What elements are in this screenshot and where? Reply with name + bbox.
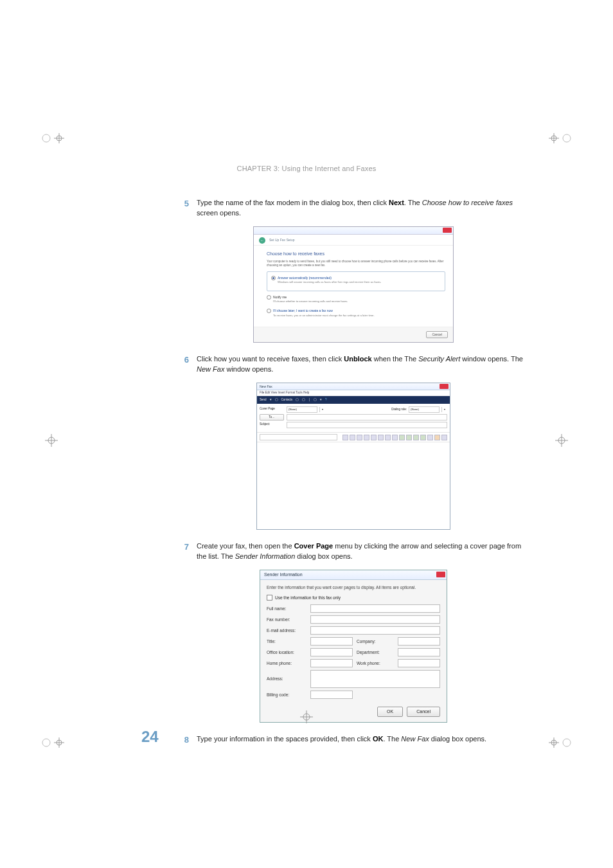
step-number: 5 [180,198,189,219]
crop-mark [549,428,574,453]
format-icon[interactable] [392,435,398,440]
format-icon[interactable] [350,435,355,440]
company-input[interactable] [398,637,440,646]
font-select[interactable] [260,434,337,440]
address-input[interactable] [310,670,440,688]
format-icon[interactable] [357,435,362,440]
format-icon[interactable] [427,435,433,440]
step-text: Type the name of the fax modem in the di… [197,198,527,219]
text: . The [383,735,401,743]
toolbar-icon[interactable]: ▢ [275,398,278,402]
subject-input[interactable] [287,422,447,428]
cover-page-select[interactable]: (None) [287,406,317,413]
homephone-input[interactable] [310,659,353,667]
format-icon[interactable] [364,435,369,440]
option-notify[interactable]: Notify me I'll choose whether to answer … [267,294,445,305]
workphone-input[interactable] [398,659,440,667]
radio-icon[interactable] [267,295,271,300]
dialog-footer: OK Cancel [260,701,447,722]
step-number: 7 [180,541,189,562]
rich-text-toolbar [257,433,450,442]
cancel-button[interactable]: Cancel [407,707,440,717]
billing-input[interactable] [310,691,353,699]
format-icon[interactable] [406,435,412,440]
email-input[interactable] [310,626,440,635]
department-label: Department: [357,649,394,655]
help-icon[interactable]: ? [325,398,327,402]
title-input[interactable] [310,637,353,646]
close-icon[interactable] [436,572,445,577]
step-text: Create your fax, then open the Cover Pag… [197,541,527,562]
format-icon[interactable] [385,435,391,440]
dialog-title: Sender Information [264,572,303,577]
text-italic: Sender Information [235,552,296,560]
toolbar-icon[interactable]: ▢ [314,398,317,402]
option-title: Answer automatically (recommended) [278,276,441,280]
close-icon[interactable] [443,228,452,233]
chevron-down-icon[interactable]: ▾ [319,407,325,412]
text: screen opens. [197,209,241,217]
chevron-down-icon[interactable]: ▾ [441,407,447,412]
dialog-header-row: ← Set Up Fax Setup [254,235,453,246]
cancel-button[interactable]: Cancel [426,331,448,338]
contacts-button[interactable]: Contacts [281,398,293,402]
toolbar-sep: │ [308,398,310,402]
toolbar-icon[interactable]: ▢ [302,398,305,402]
billing-label: Billing code: [267,692,306,698]
title-label: Title: [267,638,306,644]
step-5: 5 Type the name of the fax modem in the … [180,198,527,219]
format-icon[interactable] [342,435,348,440]
radio-icon[interactable] [271,276,276,280]
send-button[interactable]: Send [260,398,267,402]
close-icon[interactable] [440,384,449,389]
format-icon[interactable] [399,435,405,440]
toolbar-icon[interactable]: ▾ [320,398,322,402]
menu-bar[interactable]: File Edit View Insert Format Tools Help [257,390,450,397]
to-button[interactable]: To… [260,414,284,421]
dialog-intro: Enter the information that you want cove… [267,585,440,590]
option-later[interactable]: I'll choose later; I want to create a fa… [267,307,445,318]
fullname-input[interactable] [310,604,440,613]
option-title: Notify me [273,295,445,300]
svg-point-14 [42,739,50,746]
subject-label: Subject: [260,422,284,427]
option-desc: I'll choose whether to answer incoming c… [273,300,445,303]
radio-icon[interactable] [267,309,271,313]
select-value: (None) [411,408,419,411]
checkbox-icon[interactable] [267,595,272,601]
format-icon[interactable] [434,435,440,440]
use-once-checkbox-row[interactable]: Use the information for this fax only [267,595,440,601]
dialog-titlebar [254,227,453,235]
text-bold: OK [373,735,384,743]
text: Type the name of the fax modem in the di… [197,199,389,206]
checkbox-label: Use the information for this fax only [275,595,341,601]
dialing-rule-select[interactable]: (None) [409,406,440,413]
format-icon[interactable] [441,435,447,440]
crop-mark [549,125,574,151]
crop-mark [294,704,319,730]
address-label: Address: [267,676,306,682]
text: Type your information in the spaces prov… [197,735,373,743]
toolbar-icon[interactable]: ▢ [296,398,299,402]
ok-button[interactable]: OK [377,707,403,717]
format-icon[interactable] [413,435,419,440]
crop-mark [39,125,64,151]
dialing-rule-label: Dialing rule: [391,408,407,412]
dialog-body: Choose how to receive faxes Your compute… [254,246,453,327]
format-icon[interactable] [371,435,377,440]
back-icon[interactable]: ← [259,237,265,244]
format-icon[interactable] [420,435,426,440]
to-input[interactable] [287,414,447,420]
homephone-label: Home phone: [267,660,306,666]
office-input[interactable] [310,648,353,656]
faxnumber-input[interactable] [310,615,440,624]
toolbar-icon[interactable]: ▾ [270,398,272,402]
text-bold: Cover Page [294,542,333,550]
text-bold: Unblock [344,355,371,363]
format-icon[interactable] [378,435,384,440]
sender-information-dialog: Sender Information Enter the information… [260,570,447,723]
department-input[interactable] [398,648,440,656]
company-label: Company: [357,638,394,644]
option-automatic[interactable]: Answer automatically (recommended) Windo… [267,271,445,291]
fax-body-area[interactable] [257,442,450,529]
